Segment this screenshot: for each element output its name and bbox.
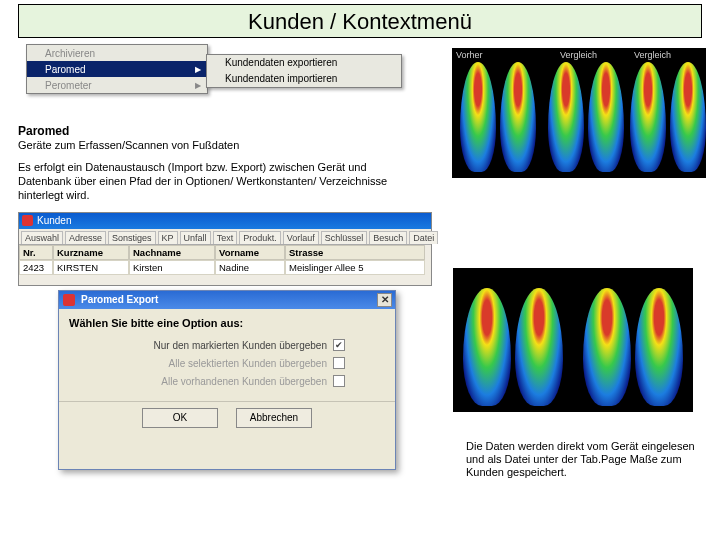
window-kunden-titlebar: Kunden <box>19 213 431 229</box>
cell-nachname[interactable]: Kirsten <box>129 260 215 275</box>
paragraph-datenaustausch: Es erfolgt ein Datenaustausch (Import bz… <box>18 160 408 202</box>
option-label: Alle vorhandenen Kunden übergeben <box>161 376 327 387</box>
option-all-customers[interactable]: Alle vorhandenen Kunden übergeben <box>69 375 345 387</box>
cell-strasse[interactable]: Meislinger Allee 5 <box>285 260 425 275</box>
menu-item-perometer[interactable]: Perometer▶ <box>27 77 207 93</box>
option-label: Nur den markierten Kunden übergeben <box>154 340 327 351</box>
dialog-paromed-export: Paromed Export ✕ Wählen Sie bitte eine O… <box>58 290 396 470</box>
tab[interactable]: Adresse <box>65 231 106 244</box>
submenu-item-export[interactable]: Kundendaten exportieren <box>207 55 401 71</box>
tab[interactable]: Datei <box>409 231 438 244</box>
col-header-vorname[interactable]: Vorname <box>215 245 285 260</box>
tabs-kunden[interactable]: Auswahl Adresse Sonstiges KP Unfall Text… <box>19 229 431 244</box>
window-kunden: Kunden Auswahl Adresse Sonstiges KP Unfa… <box>18 212 432 286</box>
tab[interactable]: Schlüssel <box>321 231 368 244</box>
close-button[interactable]: ✕ <box>377 293 392 307</box>
tab[interactable]: Text <box>213 231 238 244</box>
checkbox-icon[interactable]: ✔ <box>333 339 345 351</box>
context-submenu[interactable]: Kundendaten exportieren Kundendaten impo… <box>206 54 402 88</box>
menu-item-paromed[interactable]: Paromed▶ <box>27 61 207 77</box>
tab[interactable]: KP <box>158 231 178 244</box>
option-selected-customers[interactable]: Alle selektierten Kunden übergeben <box>69 357 345 369</box>
submenu-item-import[interactable]: Kundendaten importieren <box>207 71 401 87</box>
tab[interactable]: Vorlauf <box>283 231 319 244</box>
scan-label: Vergleich <box>560 50 597 60</box>
tab[interactable]: Produkt. <box>239 231 281 244</box>
ok-button[interactable]: OK <box>142 408 218 428</box>
dialog-titlebar: Paromed Export ✕ <box>59 291 395 309</box>
scan-label: Vorher <box>456 50 483 60</box>
tab[interactable]: Besuch <box>369 231 407 244</box>
page-title: Kunden / Kontextmenü <box>18 4 702 38</box>
col-header-nachname[interactable]: Nachname <box>129 245 215 260</box>
cell-kurzname[interactable]: KIRSTEN <box>53 260 129 275</box>
foot-scan-image-bottom <box>451 266 695 414</box>
checkbox-icon[interactable] <box>333 357 345 369</box>
paragraph-footer: Die Daten werden direkt vom Gerät eingel… <box>466 440 698 479</box>
subheading-paromed: Geräte zum Erfassen/Scannen von Fußdaten <box>18 138 416 152</box>
heading-paromed: Paromed <box>18 124 416 138</box>
col-header-strasse[interactable]: Strasse <box>285 245 425 260</box>
dialog-header: Wählen Sie bitte eine Option aus: <box>69 317 385 329</box>
tab[interactable]: Sonstiges <box>108 231 156 244</box>
cancel-button[interactable]: Abbrechen <box>236 408 312 428</box>
chevron-right-icon: ▶ <box>195 81 201 90</box>
col-header-kurzname[interactable]: Kurzname <box>53 245 129 260</box>
checkbox-icon[interactable] <box>333 375 345 387</box>
kunden-table: Nr. Kurzname Nachname Vorname Strasse 24… <box>19 244 431 275</box>
scan-label: Vergleich <box>634 50 671 60</box>
context-menu[interactable]: Archivieren Paromed▶ Perometer▶ <box>26 44 208 94</box>
col-header-nr[interactable]: Nr. <box>19 245 53 260</box>
tab[interactable]: Unfall <box>180 231 211 244</box>
dialog-title-text: Paromed Export <box>81 294 158 305</box>
option-label: Alle selektierten Kunden übergeben <box>169 358 327 369</box>
cell-nr[interactable]: 2423 <box>19 260 53 275</box>
tab[interactable]: Auswahl <box>21 231 63 244</box>
option-marked-customer[interactable]: Nur den markierten Kunden übergeben ✔ <box>69 339 345 351</box>
foot-scan-image-top: Vorher Vergleich Vergleich <box>450 46 708 180</box>
chevron-right-icon: ▶ <box>195 65 201 74</box>
menu-item-archivieren[interactable]: Archivieren <box>27 45 207 61</box>
cell-vorname[interactable]: Nadine <box>215 260 285 275</box>
